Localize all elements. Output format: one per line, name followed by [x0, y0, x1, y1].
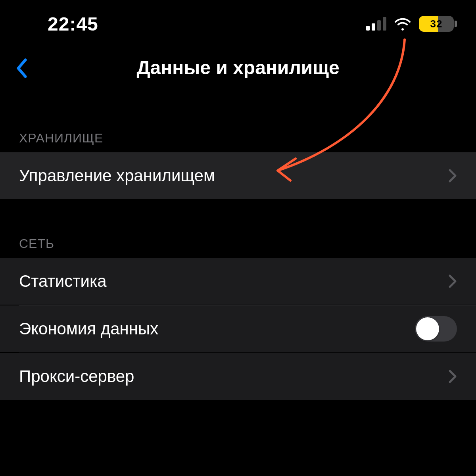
status-time: 22:45	[48, 13, 98, 35]
row-statistics[interactable]: Статистика	[0, 258, 476, 305]
section-header-network: СЕТЬ	[19, 236, 54, 251]
data-saving-toggle[interactable]	[415, 316, 457, 342]
row-proxy[interactable]: Прокси-сервер	[0, 353, 476, 400]
chevron-right-icon	[448, 369, 457, 384]
back-button[interactable]	[11, 57, 33, 79]
status-indicators: 32	[366, 16, 457, 32]
row-data-saving: Экономия данных	[0, 305, 476, 352]
status-bar: 22:45 32	[0, 0, 476, 48]
row-storage-management[interactable]: Управление хранилищем	[0, 152, 476, 199]
row-label: Экономия данных	[19, 319, 415, 338]
chevron-right-icon	[448, 169, 457, 183]
nav-header: Данные и хранилище	[0, 48, 476, 87]
battery-level: 32	[419, 16, 454, 32]
cellular-signal-icon	[366, 17, 386, 31]
wifi-icon	[393, 17, 412, 31]
section-header-storage: ХРАНИЛИЩЕ	[19, 131, 103, 146]
page-title: Данные и хранилище	[136, 57, 339, 79]
toggle-knob	[416, 317, 439, 340]
chevron-right-icon	[448, 274, 457, 288]
app-screen: 22:45 32 Данные и	[0, 0, 476, 476]
row-label: Прокси-сервер	[19, 367, 448, 386]
battery-indicator: 32	[419, 16, 457, 32]
row-label: Статистика	[19, 272, 448, 291]
row-label: Управление хранилищем	[19, 166, 448, 185]
chevron-left-icon	[16, 58, 29, 78]
